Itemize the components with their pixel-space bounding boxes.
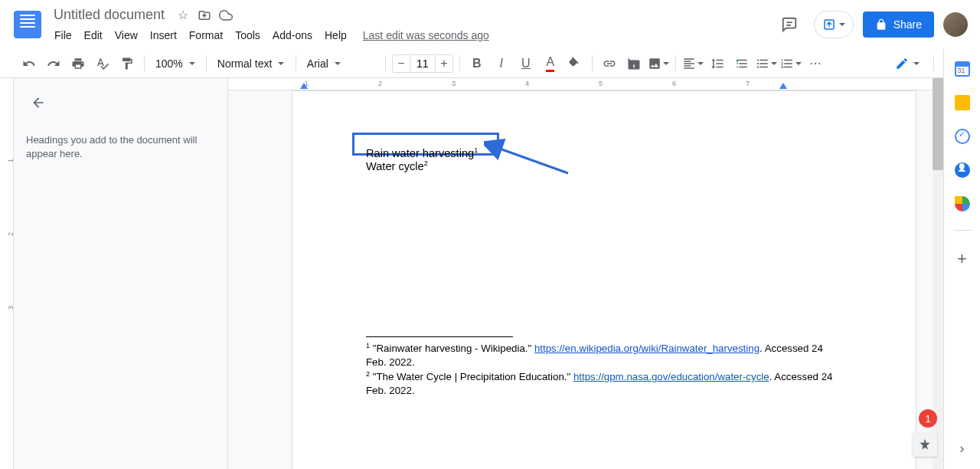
scrollbar-thumb[interactable] (933, 78, 943, 170)
font-size-control: − + (392, 54, 453, 73)
toolbar: 100% Normal text Arial − + B I U A ⋯ (0, 49, 980, 78)
add-addon-button[interactable]: + (957, 249, 967, 269)
menubar: File Edit View Insert Format Tools Add-o… (49, 26, 774, 44)
chevron-down-icon (663, 62, 669, 65)
document-wrap: Rain water harvesting1 Water cycle2 1 "R… (228, 90, 980, 469)
toolbar-separator (385, 56, 386, 71)
indent-left-marker[interactable] (300, 83, 308, 89)
menu-insert[interactable]: Insert (145, 26, 182, 44)
explore-button[interactable] (913, 432, 937, 457)
share-button[interactable]: Share (863, 11, 934, 38)
toolbar-separator (459, 56, 460, 71)
outline-back-button[interactable] (26, 90, 51, 115)
indent-right-marker[interactable] (779, 83, 787, 89)
font-select[interactable]: Arial (302, 54, 379, 73)
font-size-increase[interactable]: + (435, 54, 453, 73)
user-avatar[interactable] (943, 12, 968, 37)
footnote-link-2[interactable]: https://gpm.nasa.gov/education/water-cyc… (573, 371, 769, 382)
underline-button[interactable]: U (515, 53, 537, 74)
menu-tools[interactable]: Tools (230, 26, 266, 44)
paint-format-button[interactable] (116, 53, 138, 74)
font-size-input[interactable] (410, 54, 435, 73)
align-button[interactable] (682, 53, 704, 74)
chevron-down-icon (795, 62, 802, 65)
keep-icon[interactable] (955, 95, 970, 110)
menu-view[interactable]: View (109, 26, 143, 44)
redo-button[interactable] (43, 53, 64, 74)
footnote-divider (366, 336, 513, 337)
footnote-link-1[interactable]: https://en.wikipedia.org/wiki/Rainwater_… (534, 343, 760, 354)
menu-addons[interactable]: Add-ons (267, 26, 318, 44)
chevron-down-icon (278, 62, 284, 65)
page[interactable]: Rain water harvesting1 Water cycle2 1 "R… (292, 90, 916, 469)
font-size-decrease[interactable]: − (392, 54, 410, 73)
document-title[interactable]: Untitled document (49, 5, 169, 25)
print-button[interactable] (67, 53, 89, 74)
link-button[interactable] (599, 53, 620, 74)
cloud-status-icon[interactable] (218, 8, 234, 23)
calendar-icon[interactable] (955, 61, 970, 77)
body-text[interactable]: Rain water harvesting1 Water cycle2 (366, 146, 478, 172)
annotation-arrow (484, 139, 576, 177)
text-color-button[interactable]: A (540, 53, 561, 74)
toolbar-separator (675, 56, 676, 71)
footnote-1[interactable]: 1 "Rainwater harvesting - Wikipedia." ht… (366, 342, 844, 369)
toolbar-separator (206, 56, 207, 71)
main: 1 2 3 Headings you add to the document w… (0, 78, 980, 469)
footnote-2[interactable]: 2 "The Water Cycle | Precipitation Educa… (366, 370, 844, 397)
highlight-button[interactable] (564, 53, 586, 74)
move-icon[interactable] (197, 8, 212, 23)
chevron-down-icon (839, 23, 845, 26)
docs-logo[interactable] (12, 9, 43, 40)
svg-line-6 (498, 148, 568, 173)
image-button[interactable] (648, 53, 669, 74)
italic-button[interactable]: I (491, 53, 512, 74)
sidepanel-divider (953, 230, 972, 231)
footnotes-section: 1 "Rainwater harvesting - Wikipedia." ht… (366, 336, 844, 398)
collapse-sidepanel-button[interactable]: › (960, 441, 965, 457)
chevron-down-icon (771, 62, 777, 65)
tasks-icon[interactable] (955, 129, 970, 144)
svg-rect-4 (631, 62, 637, 64)
comments-button[interactable] (774, 9, 805, 40)
title-area: Untitled document ☆ File Edit View Inser… (49, 5, 774, 44)
undo-button[interactable] (18, 53, 40, 74)
text-line-1[interactable]: Rain water harvesting1 (366, 146, 478, 159)
comment-button[interactable] (623, 53, 645, 74)
menu-format[interactable]: Format (184, 26, 228, 44)
toolbar-separator (592, 56, 593, 71)
chevron-down-icon (335, 62, 341, 65)
menu-edit[interactable]: Edit (79, 26, 108, 44)
toolbar-separator (933, 56, 934, 71)
style-select[interactable]: Normal text (213, 54, 289, 73)
horizontal-ruler[interactable]: 1 2 3 4 5 6 7 (228, 78, 980, 90)
menu-file[interactable]: File (49, 26, 77, 44)
chevron-down-icon (697, 62, 704, 65)
title-row: Untitled document ☆ (49, 5, 774, 26)
bulleted-list-button[interactable] (756, 53, 777, 74)
checklist-button[interactable] (731, 53, 753, 74)
maps-icon[interactable] (955, 196, 970, 212)
menu-help[interactable]: Help (319, 26, 352, 44)
contacts-icon[interactable] (955, 162, 970, 178)
document-area: 1 2 3 4 5 6 7 Rain water harvesting1 Wat… (228, 78, 980, 469)
share-label: Share (893, 18, 922, 31)
header-right: Share (774, 9, 968, 40)
editing-mode-button[interactable] (887, 52, 927, 75)
header: Untitled document ☆ File Edit View Inser… (0, 0, 980, 49)
explore-notification-badge[interactable]: 1 (919, 409, 937, 428)
zoom-select[interactable]: 100% (151, 54, 200, 73)
last-edit-link[interactable]: Last edit was seconds ago (363, 29, 489, 41)
bold-button[interactable]: B (466, 53, 488, 74)
docs-icon (14, 11, 41, 38)
text-line-2[interactable]: Water cycle2 (366, 159, 478, 172)
spellcheck-button[interactable] (92, 53, 113, 74)
toolbar-separator (296, 56, 296, 71)
more-options-button[interactable]: ⋯ (805, 53, 826, 74)
outline-panel: Headings you add to the document will ap… (14, 78, 228, 469)
present-button[interactable] (814, 11, 854, 38)
numbered-list-button[interactable] (780, 53, 802, 74)
vertical-scrollbar[interactable] (933, 78, 943, 469)
star-icon[interactable]: ☆ (175, 8, 191, 23)
line-spacing-button[interactable] (707, 53, 728, 74)
